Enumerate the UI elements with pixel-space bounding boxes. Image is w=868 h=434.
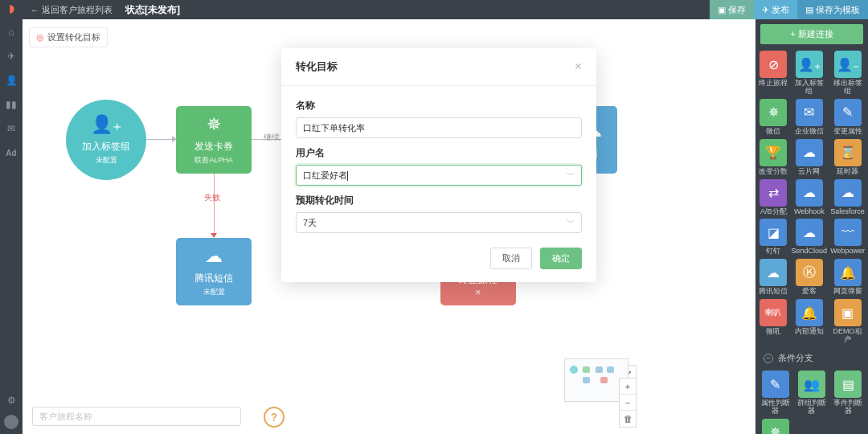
confirm-button[interactable]: 确定 xyxy=(540,248,582,269)
chevron-down-icon: ﹀ xyxy=(567,217,575,228)
time-select[interactable]: 7天 ﹀ xyxy=(296,212,582,233)
modal-title: 转化目标 xyxy=(296,59,338,74)
name-label: 名称 xyxy=(296,99,582,113)
modal-close-button[interactable]: × xyxy=(575,59,582,74)
username-select[interactable]: 口红爱好者 ﹀ xyxy=(296,165,582,186)
conversion-goal-modal: 转化目标 × 名称 口红下单转化率 用户名 口红爱好者 ﹀ 预期转化时间 7天 … xyxy=(281,48,596,282)
cancel-button[interactable]: 取消 xyxy=(490,248,532,269)
username-label: 用户名 xyxy=(296,146,582,160)
name-input[interactable]: 口红下单转化率 xyxy=(296,117,582,138)
time-label: 预期转化时间 xyxy=(296,194,582,207)
chevron-down-icon: ﹀ xyxy=(567,170,575,181)
